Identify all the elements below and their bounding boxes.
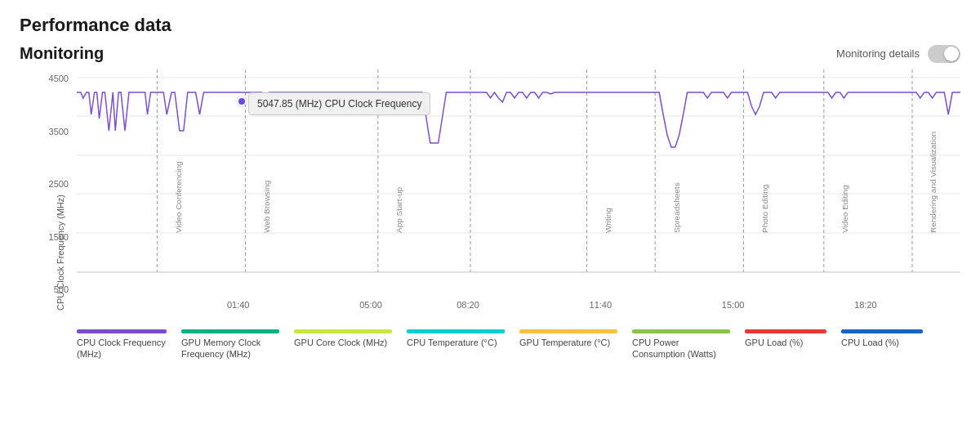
legend-item-gpu-temp: GPU Temperature (°C)	[519, 329, 617, 360]
chart-body: Video Conferencing Web Browsing App Star…	[77, 69, 960, 323]
legend-label-cpu-clock: CPU Clock Frequency(MHz)	[77, 337, 166, 360]
legend-item-cpu-clock: CPU Clock Frequency(MHz)	[77, 329, 167, 360]
x-tick-0140: 01:40	[227, 300, 250, 310]
section-title: Monitoring	[20, 44, 104, 63]
legend-label-gpu-temp: GPU Temperature (°C)	[519, 337, 610, 348]
y-axis: CPU Clock Frequency (MHz) 4500 3500 2500…	[20, 69, 77, 323]
monitoring-toggle-label: Monitoring details	[836, 47, 920, 60]
legend-color-gpu-load	[745, 329, 826, 333]
x-tick-1140: 11:40	[590, 300, 612, 310]
legend-item-cpu-temp: CPU Temperature (°C)	[407, 329, 505, 360]
chart-area: CPU Clock Frequency (MHz) 4500 3500 2500…	[20, 69, 960, 323]
monitoring-toggle-area: Monitoring details	[836, 45, 960, 63]
legend-color-cpu-clock	[77, 329, 167, 333]
section-header: Monitoring Monitoring details	[20, 44, 960, 63]
legend-color-gpu-mem	[181, 329, 279, 333]
monitoring-toggle-switch[interactable]	[928, 45, 960, 63]
x-tick-0820: 08:20	[457, 300, 479, 310]
legend-label-cpu-power: CPU PowerConsumption (Watts)	[632, 337, 716, 360]
legend-color-gpu-core	[294, 329, 392, 333]
legend-label-gpu-core: GPU Core Clock (MHz)	[294, 337, 387, 348]
legend-item-cpu-power: CPU PowerConsumption (Watts)	[632, 329, 730, 360]
legend-color-cpu-temp	[407, 329, 505, 333]
legend-label-cpu-temp: CPU Temperature (°C)	[407, 337, 497, 348]
y-tick-500: 500	[54, 284, 69, 294]
svg-text:Web Browsing: Web Browsing	[262, 181, 271, 233]
legend-color-cpu-power	[632, 329, 730, 333]
legend-item-cpu-load: CPU Load (%)	[841, 329, 923, 360]
legend-item-gpu-load: GPU Load (%)	[745, 329, 826, 360]
legend-color-cpu-load	[841, 329, 923, 333]
svg-text:Rendering and Visualization: Rendering and Visualization	[929, 132, 938, 233]
y-ticks: 4500 3500 2500 1500 500	[49, 74, 74, 294]
y-tick-4500: 4500	[49, 74, 69, 83]
x-tick-1500: 15:00	[722, 300, 745, 310]
svg-text:Writing: Writing	[604, 208, 612, 233]
legend-item-gpu-mem: GPU Memory ClockFrequency (MHz)	[181, 329, 279, 360]
chart-svg: Video Conferencing Web Browsing App Star…	[77, 69, 960, 294]
tooltip-dot	[237, 96, 247, 106]
legend-label-cpu-load: CPU Load (%)	[841, 337, 899, 348]
legend-color-gpu-temp	[519, 329, 617, 333]
legend-item-gpu-core: GPU Core Clock (MHz)	[294, 329, 392, 360]
page-container: Performance data Monitoring Monitoring d…	[0, 0, 980, 369]
y-tick-1500: 1500	[49, 232, 69, 242]
legend-label-gpu-load: GPU Load (%)	[745, 337, 804, 348]
y-tick-2500: 2500	[49, 179, 69, 189]
legend-label-gpu-mem: GPU Memory ClockFrequency (MHz)	[181, 337, 261, 360]
svg-text:Spreadsheets: Spreadsheets	[672, 182, 681, 233]
page-title: Performance data	[20, 15, 960, 36]
x-tick-1820: 18:20	[854, 300, 877, 310]
y-tick-3500: 3500	[49, 127, 69, 136]
x-tick-0500: 05:00	[359, 300, 382, 310]
svg-text:Video Conferencing: Video Conferencing	[174, 161, 183, 233]
svg-text:Video Editing: Video Editing	[840, 185, 849, 233]
legend: CPU Clock Frequency(MHz) GPU Memory Cloc…	[20, 329, 960, 360]
svg-text:App Start-up: App Start-up	[394, 186, 403, 233]
svg-text:Photo Editing: Photo Editing	[760, 185, 769, 233]
